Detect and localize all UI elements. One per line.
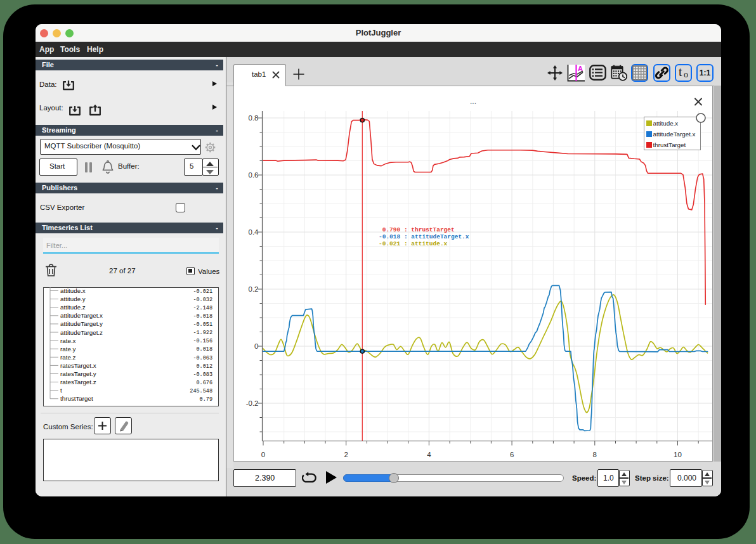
svg-text:6: 6 [510,451,514,458]
svg-text:-1.922: -1.922 [193,330,212,336]
svg-text:attitudeTarget.x: attitudeTarget.x [653,131,696,138]
svg-text:attitudeTarget.z: attitudeTarget.z [60,329,103,336]
svg-text:-0.032: -0.032 [193,297,212,303]
svg-text:ratesTarget.y: ratesTarget.y [60,370,96,377]
svg-text:-2.148: -2.148 [193,305,212,311]
svg-text:0: 0 [254,342,258,350]
svg-text:attitude.z: attitude.z [60,304,86,311]
svg-text:-0.018 : attitudeTarget.x: -0.018 : attitudeTarget.x [379,233,469,240]
svg-text:-0.2: -0.2 [246,399,259,407]
svg-text:0.2: 0.2 [249,285,259,293]
svg-text:-0.021: -0.021 [193,288,212,295]
svg-text:-0.051: -0.051 [193,321,212,328]
svg-text:-0.063: -0.063 [193,355,212,361]
svg-text:ratesTarget.z: ratesTarget.z [60,379,96,385]
svg-text:0.8: 0.8 [249,114,259,122]
svg-text:attitude.y: attitude.y [60,295,86,302]
svg-text:-0.156: -0.156 [193,338,212,344]
svg-text:rate.x: rate.x [60,337,76,344]
svg-text:0.018: 0.018 [196,346,212,353]
svg-text:245.548: 245.548 [190,388,212,394]
svg-text:0.79: 0.79 [200,396,212,403]
svg-text:2: 2 [344,451,348,458]
svg-text:thrustTarget: thrustTarget [653,141,686,148]
svg-text:rate.y: rate.y [60,346,76,353]
svg-text:attitude.x: attitude.x [60,287,86,294]
svg-text:A: A [578,65,583,72]
svg-text:t: t [60,387,62,394]
svg-text:0.012: 0.012 [196,363,212,370]
svg-text:-0.018: -0.018 [193,313,212,320]
svg-text:0.790 : thrustTarget: 0.790 : thrustTarget [379,226,455,233]
svg-text:attitude.x: attitude.x [653,120,679,127]
svg-text:0.4: 0.4 [249,228,259,236]
svg-text:-0.021 : attitude.x: -0.021 : attitude.x [379,240,448,247]
svg-text:10: 10 [674,451,682,458]
svg-text:8: 8 [593,451,597,458]
svg-text:0: 0 [261,451,265,458]
svg-text:4: 4 [427,451,431,458]
svg-text:attitudeTarget.x: attitudeTarget.x [60,312,103,319]
svg-text:...: ... [470,97,476,106]
svg-text:-0.083: -0.083 [193,372,212,378]
svg-text:0.676: 0.676 [196,380,212,386]
svg-text:attitudeTarget.y: attitudeTarget.y [60,320,103,327]
svg-text:ratesTarget.x: ratesTarget.x [60,362,96,369]
svg-text:rate.z: rate.z [60,354,76,361]
svg-text:thrustTarget: thrustTarget [60,395,93,402]
svg-text:0.6: 0.6 [249,171,259,179]
